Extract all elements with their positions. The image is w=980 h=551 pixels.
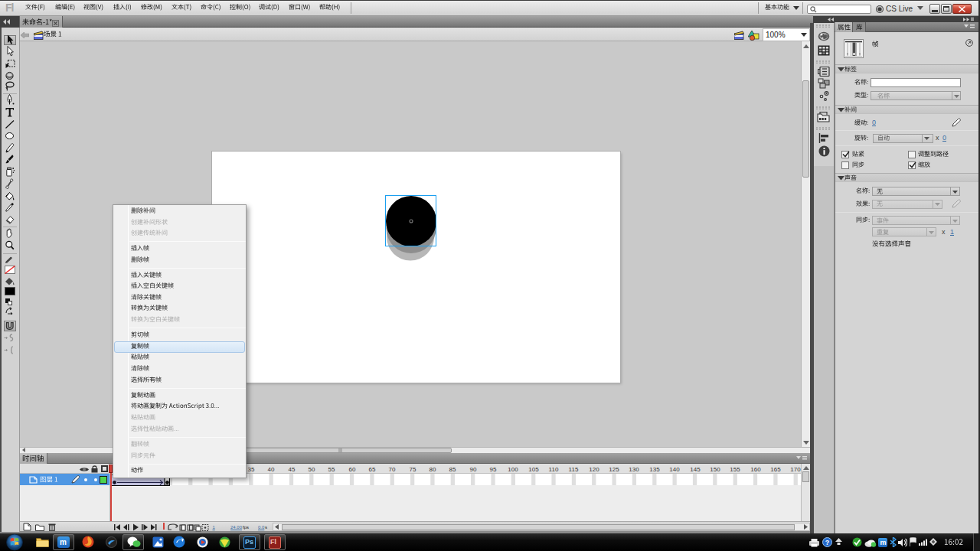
svg-text:105: 105	[528, 466, 539, 473]
svg-text:155: 155	[730, 466, 740, 473]
svg-text:120: 120	[589, 466, 599, 473]
svg-text:35: 35	[248, 466, 255, 473]
svg-text:70: 70	[389, 466, 396, 473]
svg-text:150: 150	[710, 466, 720, 473]
svg-text:140: 140	[669, 466, 680, 473]
svg-text:?: ?	[825, 539, 830, 546]
svg-text:135: 135	[649, 466, 660, 473]
svg-text:65: 65	[369, 466, 376, 473]
svg-text:125: 125	[609, 466, 619, 473]
svg-text:90: 90	[470, 466, 477, 473]
svg-text:50: 50	[309, 466, 315, 473]
svg-text:165: 165	[770, 466, 781, 473]
svg-text:170: 170	[790, 466, 801, 473]
svg-text:75: 75	[410, 466, 416, 473]
svg-text:45: 45	[289, 466, 296, 473]
svg-text:85: 85	[449, 466, 456, 473]
svg-text:60: 60	[349, 466, 356, 473]
svg-text:100: 100	[508, 466, 518, 473]
svg-text:115: 115	[569, 466, 579, 473]
svg-text:55: 55	[328, 466, 335, 473]
svg-text:130: 130	[629, 466, 639, 473]
svg-text:160: 160	[750, 466, 761, 473]
svg-text:110: 110	[549, 466, 559, 473]
svg-text:40: 40	[268, 466, 275, 473]
svg-text:145: 145	[690, 466, 701, 473]
svg-text:95: 95	[490, 466, 497, 473]
svg-text:80: 80	[430, 466, 436, 473]
